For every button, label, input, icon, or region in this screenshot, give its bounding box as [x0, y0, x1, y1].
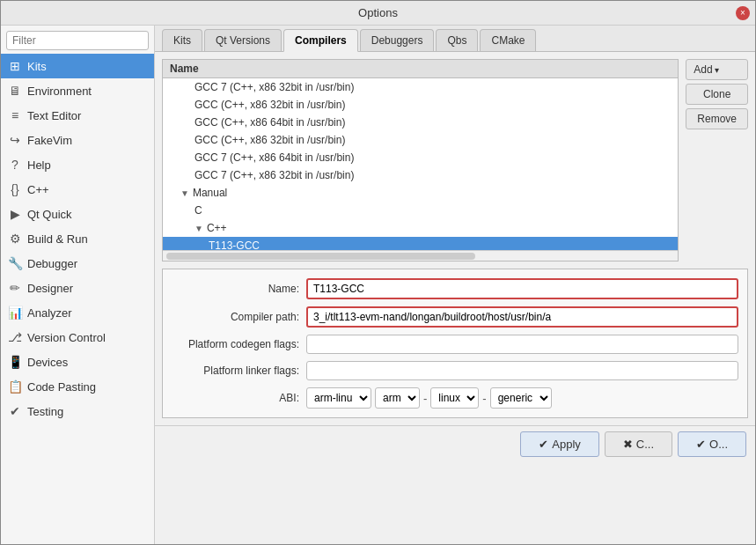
sidebar-item-cpp[interactable]: {} C++ — [1, 177, 154, 202]
ok-label: O... — [709, 438, 728, 451]
compilers-section: Name GCC 7 (C++, x86 32bit in /usr/bin) … — [155, 52, 755, 269]
sidebar-item-help[interactable]: ? Help — [1, 152, 154, 177]
tab-kits[interactable]: Kits — [162, 29, 202, 51]
sidebar-item-qt-quick[interactable]: ▶ Qt Quick — [1, 202, 154, 226]
sidebar-item-label: Testing — [27, 405, 63, 418]
sidebar-item-kits[interactable]: ⊞ Kits — [1, 54, 154, 78]
compiler-path-input[interactable] — [306, 306, 738, 328]
sidebar-item-label: Qt Quick — [27, 208, 72, 221]
sidebar-item-label: Debugger — [27, 257, 77, 270]
kits-icon: ⊞ — [8, 59, 22, 73]
platform-linker-row: Platform linker flags: — [172, 361, 738, 380]
sidebar-item-designer[interactable]: ✏ Designer — [1, 276, 154, 300]
sidebar-item-label: Text Editor — [27, 109, 81, 122]
list-item-manual[interactable]: ▼ Manual — [163, 184, 678, 202]
abi-separator-1: - — [423, 392, 427, 405]
environment-icon: 🖥 — [8, 84, 22, 98]
sidebar-item-label: Kits — [27, 60, 47, 73]
tab-qt-versions[interactable]: Qt Versions — [204, 29, 282, 51]
sidebar-item-environment[interactable]: 🖥 Environment — [1, 78, 154, 103]
sidebar-item-text-editor[interactable]: ≡ Text Editor — [1, 103, 154, 128]
sidebar-item-build-run[interactable]: ⚙ Build & Run — [1, 226, 154, 251]
build-run-icon: ⚙ — [8, 232, 22, 246]
list-item[interactable]: GCC 7 (C++, x86 64bit in /usr/bin) — [163, 149, 678, 166]
sidebar-item-label: C++ — [27, 183, 49, 196]
tabs-row: Kits Qt Versions Compilers Debuggers Qbs… — [155, 26, 755, 52]
compiler-buttons: Add ▾ Clone Remove — [686, 59, 748, 261]
sidebar-item-label: Devices — [27, 356, 68, 369]
list-item[interactable]: GCC (C++, x86 32bit in /usr/bin) — [163, 96, 678, 114]
sidebar-item-label: Code Pasting — [27, 380, 96, 394]
name-input[interactable] — [306, 278, 738, 299]
filter-input[interactable] — [6, 31, 149, 50]
options-dialog: Options × ⊞ Kits 🖥 Environment ≡ Text Ed… — [0, 0, 756, 545]
compiler-list-header: Name — [163, 60, 678, 78]
sidebar-item-label: Build & Run — [27, 232, 88, 246]
sidebar-item-testing[interactable]: ✔ Testing — [1, 399, 154, 423]
name-row: Name: — [172, 278, 738, 299]
abi-selects: arm-linu arm - linux - generic — [306, 387, 552, 409]
debugger-icon: 🔧 — [8, 256, 22, 270]
sidebar-item-label: Designer — [27, 282, 73, 295]
expand-arrow-icon: ▼ — [195, 224, 203, 233]
sidebar-item-label: Version Control — [27, 331, 106, 344]
text-editor-icon: ≡ — [8, 108, 22, 122]
sidebar-item-label: Analyzer — [27, 306, 72, 320]
qt-quick-icon: ▶ — [8, 207, 22, 221]
add-button[interactable]: Add ▾ — [686, 59, 748, 80]
sidebar-item-fakevim[interactable]: ↪ FakeVim — [1, 128, 154, 152]
sidebar-item-label: Help — [27, 158, 51, 172]
abi-field4-select[interactable]: generic — [490, 387, 552, 409]
sidebar-item-label: Environment — [27, 85, 92, 98]
sidebar-item-label: FakeVim — [27, 134, 72, 147]
list-item-c[interactable]: C — [163, 202, 678, 219]
tab-cmake[interactable]: CMake — [480, 29, 536, 51]
close-button[interactable]: × — [736, 6, 750, 20]
designer-icon: ✏ — [8, 281, 22, 295]
abi-field3-select[interactable]: linux — [430, 387, 479, 409]
list-item-cpp[interactable]: ▼ C++ — [163, 219, 678, 237]
dropdown-arrow-icon: ▾ — [715, 65, 719, 75]
devices-icon: 📱 — [8, 355, 22, 369]
tab-debuggers[interactable]: Debuggers — [360, 29, 435, 51]
list-item[interactable]: GCC (C++, x86 64bit in /usr/bin) — [163, 114, 678, 131]
horizontal-scrollbar[interactable] — [163, 250, 678, 261]
scrollbar-thumb — [166, 253, 475, 260]
bottom-bar: ✔ Apply ✖ C... ✔ O... — [155, 425, 755, 462]
sidebar-item-analyzer[interactable]: 📊 Analyzer — [1, 300, 154, 325]
platform-linker-input[interactable] — [306, 361, 738, 380]
list-item[interactable]: GCC (C++, x86 32bit in /usr/bin) — [163, 131, 678, 149]
abi-row: ABI: arm-linu arm - linux - — [172, 387, 738, 409]
platform-codegen-input[interactable] — [306, 335, 738, 354]
tab-compilers[interactable]: Compilers — [283, 29, 358, 52]
abi-field2-select[interactable]: arm — [375, 387, 420, 409]
apply-check-icon: ✔ — [539, 438, 548, 451]
remove-button[interactable]: Remove — [686, 108, 748, 129]
titlebar: Options × — [1, 1, 755, 26]
sidebar-item-code-pasting[interactable]: 📋 Code Pasting — [1, 374, 154, 399]
abi-arch-select[interactable]: arm-linu — [306, 387, 371, 409]
compiler-list-body[interactable]: GCC 7 (C++, x86 32bit in /usr/bin) GCC (… — [163, 78, 678, 250]
list-item[interactable]: GCC 7 (C++, x86 32bit in /usr/bin) — [163, 78, 678, 96]
apply-button[interactable]: ✔ Apply — [520, 431, 599, 457]
platform-linker-label: Platform linker flags: — [172, 365, 299, 377]
clone-button[interactable]: Clone — [686, 84, 748, 105]
dialog-title: Options — [358, 6, 398, 19]
version-control-icon: ⎇ — [8, 330, 22, 344]
list-item[interactable]: GCC 7 (C++, x86 32bit in /usr/bin) — [163, 166, 678, 184]
ok-button[interactable]: ✔ O... — [678, 431, 746, 457]
cancel-label: C... — [636, 438, 654, 451]
sidebar-item-devices[interactable]: 📱 Devices — [1, 350, 154, 374]
analyzer-icon: 📊 — [8, 306, 22, 320]
name-label: Name: — [172, 283, 299, 295]
compiler-list: Name GCC 7 (C++, x86 32bit in /usr/bin) … — [162, 59, 679, 261]
sidebar-item-version-control[interactable]: ⎇ Version Control — [1, 325, 154, 350]
ok-check-icon: ✔ — [696, 438, 706, 451]
sidebar: ⊞ Kits 🖥 Environment ≡ Text Editor ↪ Fak… — [1, 26, 155, 544]
cancel-button[interactable]: ✖ C... — [605, 431, 672, 457]
tab-qbs[interactable]: Qbs — [436, 29, 478, 51]
detail-section: Name: Compiler path: Platform codegen fl… — [162, 269, 748, 418]
list-item-t113-gcc[interactable]: T113-GCC — [163, 237, 678, 250]
fakevim-icon: ↪ — [8, 133, 22, 147]
sidebar-item-debugger[interactable]: 🔧 Debugger — [1, 251, 154, 276]
